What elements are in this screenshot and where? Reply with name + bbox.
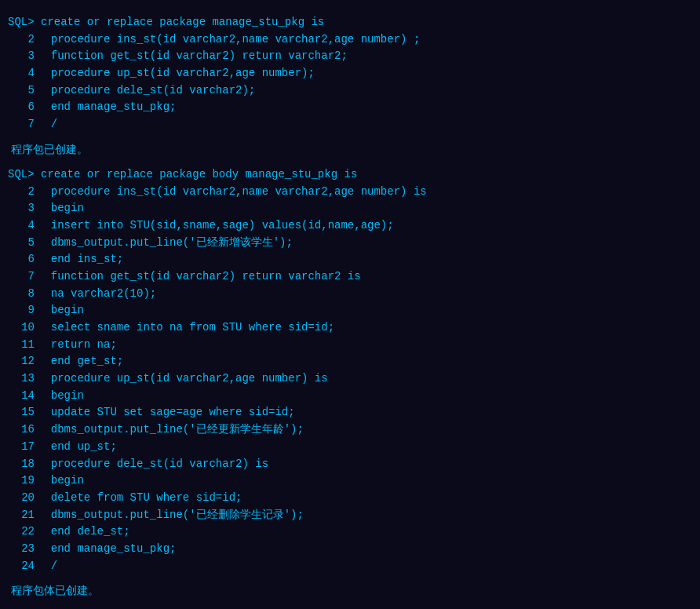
line-num-b23: 23 xyxy=(8,541,38,558)
line-b15: 15 update STU set sage=age where sid=id; xyxy=(8,404,692,421)
line-num-b4: 4 xyxy=(8,217,38,235)
line-num-b10: 10 xyxy=(8,319,38,337)
line-4: 4 procedure up_st(id varchar2,age number… xyxy=(8,65,692,82)
code-b10: select sname into na from STU where sid=… xyxy=(38,319,334,337)
line-num-4: 4 xyxy=(8,65,38,82)
code-b18: procedure dele_st(id varchar2) is xyxy=(38,456,268,473)
line-num-b5: 5 xyxy=(8,235,38,252)
code-b11: return na; xyxy=(38,337,117,354)
code-b2: procedure ins_st(id varchar2,name varcha… xyxy=(38,184,427,201)
line-num-b19: 19 xyxy=(8,472,38,490)
code-2: procedure ins_st(id varchar2,name varcha… xyxy=(38,31,420,49)
code-b3: begin xyxy=(38,200,84,217)
line-b23: 23 end manage_stu_pkg; xyxy=(8,541,692,558)
line-b14: 14 begin xyxy=(8,388,692,405)
line-b7: 7 function get_st(id varchar2) return va… xyxy=(8,268,692,286)
line-num-b15: 15 xyxy=(8,404,38,421)
code-b21: dbms_output.put_line('已经删除学生记录'); xyxy=(38,507,304,524)
line-num-2: 2 xyxy=(8,31,38,49)
code-b14: begin xyxy=(38,388,84,405)
code-b17: end up_st; xyxy=(38,439,117,456)
line-b24: 24 / xyxy=(8,558,692,575)
code-b12: end get_st; xyxy=(38,353,123,370)
code-1: create or replace package manage_stu_pkg… xyxy=(41,14,324,31)
line-b11: 11 return na; xyxy=(8,337,692,354)
line-b13: 13 procedure up_st(id varchar2,age numbe… xyxy=(8,370,692,388)
code-3: function get_st(id varchar2) return varc… xyxy=(38,48,348,65)
line-num-b6: 6 xyxy=(8,251,38,268)
code-b8: na varchar2(10); xyxy=(38,286,156,303)
code-b16: dbms_output.put_line('已经更新学生年龄'); xyxy=(38,421,304,439)
line-b3: 3 begin xyxy=(8,200,692,217)
line-3: 3 function get_st(id varchar2) return va… xyxy=(8,48,692,65)
line-b19: 19 begin xyxy=(8,472,692,490)
line-b17: 17 end up_st; xyxy=(8,439,692,456)
line-1: SQL> create or replace package manage_st… xyxy=(8,14,692,31)
code-b13: procedure up_st(id varchar2,age number) … xyxy=(38,370,328,388)
line-num-b17: 17 xyxy=(8,439,38,456)
code-6: end manage_stu_pkg; xyxy=(38,99,176,116)
line-num-3: 3 xyxy=(8,48,38,65)
line-num-b3: 3 xyxy=(8,200,38,217)
line-b18: 18 procedure dele_st(id varchar2) is xyxy=(8,456,692,473)
line-6: 6 end manage_stu_pkg; xyxy=(8,99,692,116)
line-num-5: 5 xyxy=(8,82,38,100)
line-b4: 4 insert into STU(sid,sname,sage) values… xyxy=(8,217,692,235)
code-b9: begin xyxy=(38,302,84,319)
line-num-b8: 8 xyxy=(8,286,38,303)
line-num-b9: 9 xyxy=(8,302,38,319)
line-num-b20: 20 xyxy=(8,490,38,507)
line-num-b14: 14 xyxy=(8,388,38,405)
line-num-b16: 16 xyxy=(8,421,38,439)
line-b20: 20 delete from STU where sid=id; xyxy=(8,490,692,507)
line-num-b18: 18 xyxy=(8,456,38,473)
line-num-b24: 24 xyxy=(8,558,38,575)
line-num-b11: 11 xyxy=(8,337,38,354)
line-num-b21: 21 xyxy=(8,507,38,524)
line-b2: 2 procedure ins_st(id varchar2,name varc… xyxy=(8,184,692,201)
code-7: / xyxy=(38,116,57,133)
line-num-7: 7 xyxy=(8,116,38,133)
line-b12: 12 end get_st; xyxy=(8,353,692,370)
code-4: procedure up_st(id varchar2,age number); xyxy=(38,65,315,82)
code-b19: begin xyxy=(38,472,84,490)
code-b20: delete from STU where sid=id; xyxy=(38,490,242,507)
code-b6: end ins_st; xyxy=(38,251,123,268)
status-2: 程序包体已创建。 xyxy=(8,584,692,598)
line-num-b12: 12 xyxy=(8,353,38,370)
code-b4: insert into STU(sid,sname,sage) values(i… xyxy=(38,217,394,235)
line-5: 5 procedure dele_st(id varchar2); xyxy=(8,82,692,100)
line-b22: 22 end dele_st; xyxy=(8,523,692,541)
line-num-b22: 22 xyxy=(8,523,38,541)
line-b21: 21 dbms_output.put_line('已经删除学生记录'); xyxy=(8,507,692,524)
line-num-6: 6 xyxy=(8,99,38,116)
line-b6: 6 end ins_st; xyxy=(8,251,692,268)
line-7: 7 / xyxy=(8,116,692,133)
code-b7: function get_st(id varchar2) return varc… xyxy=(38,268,361,286)
code-b5: dbms_output.put_line('已经新增该学生'); xyxy=(38,235,293,252)
line-2: 2 procedure ins_st(id varchar2,name varc… xyxy=(8,31,692,49)
line-b8: 8 na varchar2(10); xyxy=(8,286,692,303)
line-num-b7: 7 xyxy=(8,268,38,286)
line-num-b13: 13 xyxy=(8,370,38,388)
sql-prompt-1: SQL> xyxy=(8,14,41,31)
line-b9: 9 begin xyxy=(8,302,692,319)
line-b16: 16 dbms_output.put_line('已经更新学生年龄'); xyxy=(8,421,692,439)
code-5: procedure dele_st(id varchar2); xyxy=(38,82,255,100)
code-b1: create or replace package body manage_st… xyxy=(41,166,357,184)
status-1: 程序包已创建。 xyxy=(8,143,692,157)
terminal: SQL> create or replace package manage_st… xyxy=(0,8,700,609)
code-b22: end dele_st; xyxy=(38,523,130,541)
line-b1: SQL> create or replace package body mana… xyxy=(8,166,692,184)
code-b15: update STU set sage=age where sid=id; xyxy=(38,404,295,421)
code-b23: end manage_stu_pkg; xyxy=(38,541,176,558)
code-b24: / xyxy=(38,558,57,575)
line-b5: 5 dbms_output.put_line('已经新增该学生'); xyxy=(8,235,692,252)
line-b10: 10 select sname into na from STU where s… xyxy=(8,319,692,337)
sql-prompt-2: SQL> xyxy=(8,166,41,184)
line-num-b2: 2 xyxy=(8,184,38,201)
